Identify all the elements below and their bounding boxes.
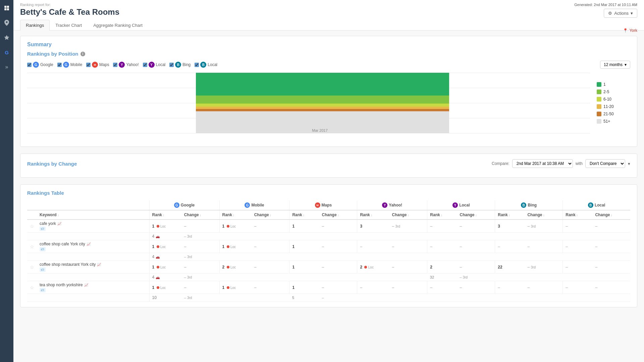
change-value: –	[254, 224, 257, 229]
sub-google-change: – 3rd	[181, 294, 219, 302]
yahoo-local-rank-cell: –	[427, 240, 457, 253]
legend-label-1: 1	[603, 82, 606, 87]
legend-label-6-10: 6-10	[603, 97, 611, 102]
th-maps-rank[interactable]: Rank	[289, 210, 319, 220]
filter-yahoo-local-label: Local	[156, 62, 166, 67]
yahoo-header-label: Yahoo!	[389, 203, 402, 207]
sidebar-icon-dashboard[interactable]	[2, 3, 11, 13]
yahoo-local-change-cell: –	[457, 220, 495, 233]
legend-item-1: 1	[597, 82, 630, 87]
main-content: Ranking report for: Betty's Cafe & Tea R…	[13, 0, 644, 362]
bar-segment-2-5	[196, 96, 449, 103]
yahoo-rank-cell: 3	[357, 220, 389, 233]
filter-maps-checkbox[interactable]	[86, 63, 91, 67]
rank-value: –	[566, 285, 568, 290]
bing-change-cell: –	[525, 240, 562, 253]
th-bing-local-rank[interactable]: Rank	[563, 210, 593, 220]
bar-segment-1	[196, 73, 449, 96]
filter-yahoo-local[interactable]: Y Local	[143, 62, 166, 68]
rank-value: –	[498, 244, 500, 249]
sidebar-icon-google[interactable]: G	[2, 48, 11, 57]
th-yahoo-local-rank[interactable]: Rank	[427, 210, 457, 220]
th-keyword	[27, 200, 149, 210]
compare-option-select[interactable]: Don't Compare	[585, 159, 625, 168]
th-bing-rank[interactable]: Rank	[495, 210, 525, 220]
summary-label: Summary	[27, 42, 630, 48]
yahoo-local-badge: Y	[149, 62, 155, 68]
mobile-badge: G	[63, 62, 69, 68]
th-keyword-sort[interactable]: Keyword	[37, 210, 149, 220]
th-bing-change[interactable]: Change	[525, 210, 562, 220]
loc-badge: Loc	[160, 225, 166, 228]
filter-bing-local[interactable]: B Local	[195, 62, 217, 68]
star-button[interactable]: ☆	[30, 285, 34, 290]
keyword-text: cafe york	[40, 221, 56, 226]
yahoo-local-change-cell: –	[457, 281, 495, 294]
google-rank-cell: 1 Loc	[149, 220, 181, 233]
filter-mobile[interactable]: G Mobile	[57, 62, 82, 68]
star-button[interactable]: ☆	[30, 264, 34, 270]
tab-aggregate-ranking[interactable]: Aggregate Ranking Chart	[88, 20, 148, 31]
loc-badge: 3rd	[395, 225, 400, 228]
change-value: –	[322, 224, 324, 229]
filter-mobile-checkbox[interactable]	[57, 63, 62, 67]
rank-number: 2	[360, 265, 362, 269]
tab-tracker-chart[interactable]: Tracker Chart	[50, 20, 88, 31]
th-yahoo-group: Y Yahoo!	[357, 200, 427, 210]
th-mobile-group: G Mobile	[219, 200, 289, 210]
rankings-table-title: Rankings Table	[27, 190, 630, 196]
change-value: –	[527, 224, 530, 229]
filter-google[interactable]: G Google	[27, 62, 53, 68]
maps-rank-cell: 1	[289, 220, 319, 233]
th-yahoo-rank[interactable]: Rank	[357, 210, 389, 220]
rank-dot	[364, 266, 367, 268]
rank-value: –	[430, 224, 432, 229]
mobile-rank-cell: 1 Loc	[219, 220, 252, 233]
filter-bing-checkbox[interactable]	[169, 63, 174, 67]
th-mobile-change[interactable]: Change	[252, 210, 289, 220]
sidebar: G »	[0, 0, 13, 362]
filter-bing-local-checkbox[interactable]	[195, 63, 199, 67]
bing-local-change-cell: –	[592, 261, 630, 274]
th-bing-local-change[interactable]: Change	[592, 210, 630, 220]
th-mobile-rank[interactable]: Rank	[219, 210, 252, 220]
bar-segment-11-20	[196, 107, 449, 109]
compare-date-select[interactable]: 2nd Mar 2017 at 10:38 AM	[512, 159, 573, 168]
yahoo-local-header-icon: Y	[452, 202, 458, 208]
pin-icon: 📍	[623, 28, 628, 33]
tab-rankings[interactable]: Rankings	[20, 20, 50, 31]
rank-value: –	[566, 224, 568, 229]
maps-change-cell: –	[319, 220, 357, 233]
star-button[interactable]: ☆	[30, 244, 34, 249]
filter-bing[interactable]: B Bing	[169, 62, 191, 68]
th-yahoo-local-change[interactable]: Change	[457, 210, 495, 220]
rank-number: 1	[152, 265, 155, 269]
th-google-change[interactable]: Change	[181, 210, 219, 220]
filter-yahoo[interactable]: Y Yahoo!	[113, 62, 139, 68]
filter-maps[interactable]: M Maps	[86, 62, 109, 68]
bar-segment-6-10	[196, 104, 449, 107]
sidebar-icon-location[interactable]	[2, 18, 11, 27]
th-google-rank[interactable]: Rank	[149, 210, 181, 220]
filter-mobile-label: Mobile	[70, 62, 82, 67]
th-yahoo-change[interactable]: Change	[389, 210, 427, 220]
filter-yahoo-checkbox[interactable]	[113, 63, 117, 67]
rank-dot	[227, 266, 229, 268]
mobile-change-cell: –	[252, 220, 289, 233]
star-button[interactable]: ☆	[30, 224, 34, 229]
rank-number: 2	[222, 265, 225, 269]
keyword-tag: 🏷	[40, 288, 46, 292]
filter-yahoo-local-checkbox[interactable]	[143, 63, 147, 67]
google-rank-cell: 1 Loc	[149, 261, 181, 274]
keyword-text: coffee shop restaurant York city	[40, 262, 96, 267]
google-change-cell: –	[181, 240, 219, 253]
sidebar-icon-more[interactable]: »	[2, 62, 11, 72]
sidebar-icon-star[interactable]	[2, 33, 11, 42]
th-maps-change[interactable]: Change	[319, 210, 357, 220]
actions-button[interactable]: ⚙ Actions ▾	[604, 9, 637, 18]
trend-icon: 📈	[97, 263, 101, 266]
dropdown-icon: ▾	[631, 11, 633, 16]
filter-google-checkbox[interactable]	[27, 63, 32, 67]
months-dropdown[interactable]: 12 months ▾	[600, 61, 630, 69]
bing-rank-cell: 3	[495, 220, 525, 233]
